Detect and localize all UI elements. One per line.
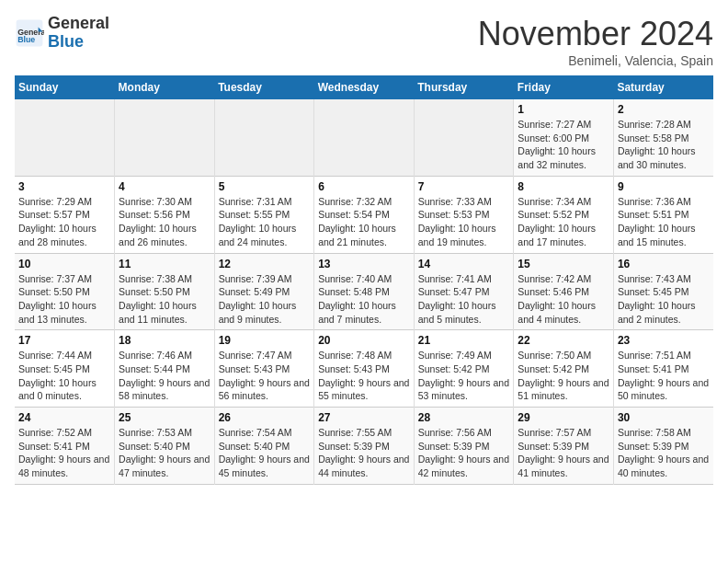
day-cell: 30Sunrise: 7:58 AMSunset: 5:39 PMDayligh…	[613, 408, 713, 485]
day-info-text: Sunrise: 7:44 AMSunset: 5:45 PMDaylight:…	[18, 349, 110, 403]
day-info-text: Sunrise: 7:34 AMSunset: 5:52 PMDaylight:…	[518, 195, 609, 249]
week-row-1: 1Sunrise: 7:27 AMSunset: 6:00 PMDaylight…	[15, 99, 713, 176]
day-info-text: Sunrise: 7:37 AMSunset: 5:50 PMDaylight:…	[18, 272, 110, 327]
calendar-table: SundayMondayTuesdayWednesdayThursdayFrid…	[15, 75, 713, 485]
day-number: 15	[518, 258, 609, 270]
day-info-text: Sunrise: 7:27 AMSunset: 6:00 PMDaylight:…	[518, 118, 609, 172]
logo: General Blue General Blue	[15, 15, 109, 52]
day-number: 26	[219, 411, 311, 424]
day-info-text: Sunrise: 7:40 AMSunset: 5:48 PMDaylight:…	[318, 272, 410, 327]
day-number: 29	[518, 411, 609, 424]
day-header-sunday: Sunday	[15, 75, 115, 99]
day-number: 7	[418, 180, 510, 193]
day-cell: 27Sunrise: 7:55 AMSunset: 5:39 PMDayligh…	[314, 408, 415, 485]
day-header-saturday: Saturday	[613, 75, 713, 99]
day-number: 10	[18, 258, 110, 270]
day-number: 18	[119, 334, 210, 347]
day-cell: 25Sunrise: 7:53 AMSunset: 5:40 PMDayligh…	[115, 408, 215, 485]
day-cell	[115, 99, 215, 176]
day-cell: 11Sunrise: 7:38 AMSunset: 5:50 PMDayligh…	[115, 253, 215, 330]
logo-blue-text: Blue	[48, 33, 109, 52]
logo-icon: General Blue	[15, 18, 44, 48]
day-info-text: Sunrise: 7:46 AMSunset: 5:44 PMDaylight:…	[119, 349, 210, 403]
day-number: 21	[418, 334, 510, 347]
day-cell: 14Sunrise: 7:41 AMSunset: 5:47 PMDayligh…	[414, 253, 514, 330]
day-number: 25	[119, 411, 210, 424]
day-info-text: Sunrise: 7:41 AMSunset: 5:47 PMDaylight:…	[418, 272, 510, 327]
day-number: 28	[418, 411, 510, 424]
day-cell: 7Sunrise: 7:33 AMSunset: 5:53 PMDaylight…	[414, 176, 514, 253]
day-cell: 24Sunrise: 7:52 AMSunset: 5:41 PMDayligh…	[15, 408, 115, 485]
day-cell	[314, 99, 415, 176]
day-cell	[15, 99, 115, 176]
day-info-text: Sunrise: 7:52 AMSunset: 5:41 PMDaylight:…	[18, 426, 110, 480]
page-header: General Blue General Blue November 2024 …	[15, 15, 713, 68]
day-header-tuesday: Tuesday	[214, 75, 314, 99]
week-row-3: 10Sunrise: 7:37 AMSunset: 5:50 PMDayligh…	[15, 253, 713, 330]
day-cell: 8Sunrise: 7:34 AMSunset: 5:52 PMDaylight…	[514, 176, 614, 253]
day-number: 24	[18, 411, 110, 424]
day-number: 11	[119, 258, 210, 270]
day-cell: 19Sunrise: 7:47 AMSunset: 5:43 PMDayligh…	[214, 330, 314, 408]
day-number: 19	[219, 334, 311, 347]
day-info-text: Sunrise: 7:49 AMSunset: 5:42 PMDaylight:…	[418, 349, 510, 403]
day-number: 30	[618, 411, 710, 424]
day-info-text: Sunrise: 7:30 AMSunset: 5:56 PMDaylight:…	[119, 195, 210, 249]
day-number: 9	[618, 180, 710, 193]
day-cell: 16Sunrise: 7:43 AMSunset: 5:45 PMDayligh…	[613, 253, 713, 330]
day-cell: 2Sunrise: 7:28 AMSunset: 5:58 PMDaylight…	[613, 99, 713, 176]
day-header-thursday: Thursday	[414, 75, 514, 99]
calendar-body: 1Sunrise: 7:27 AMSunset: 6:00 PMDaylight…	[15, 99, 713, 484]
day-info-text: Sunrise: 7:55 AMSunset: 5:39 PMDaylight:…	[318, 426, 410, 480]
day-number: 12	[219, 258, 311, 270]
location-text: Benimeli, Valencia, Spain	[478, 53, 713, 68]
day-info-text: Sunrise: 7:39 AMSunset: 5:49 PMDaylight:…	[219, 272, 311, 327]
day-info-text: Sunrise: 7:33 AMSunset: 5:53 PMDaylight:…	[418, 195, 510, 249]
day-cell	[214, 99, 314, 176]
day-cell: 21Sunrise: 7:49 AMSunset: 5:42 PMDayligh…	[414, 330, 514, 408]
calendar-header: SundayMondayTuesdayWednesdayThursdayFrid…	[15, 75, 713, 99]
day-info-text: Sunrise: 7:48 AMSunset: 5:43 PMDaylight:…	[318, 349, 410, 403]
day-number: 2	[618, 103, 710, 116]
day-number: 14	[418, 258, 510, 270]
month-title: November 2024	[478, 15, 713, 53]
week-row-4: 17Sunrise: 7:44 AMSunset: 5:45 PMDayligh…	[15, 330, 713, 408]
day-number: 5	[219, 180, 311, 193]
day-cell: 13Sunrise: 7:40 AMSunset: 5:48 PMDayligh…	[314, 253, 415, 330]
day-cell: 3Sunrise: 7:29 AMSunset: 5:57 PMDaylight…	[15, 176, 115, 253]
day-info-text: Sunrise: 7:51 AMSunset: 5:41 PMDaylight:…	[618, 349, 710, 403]
day-info-text: Sunrise: 7:42 AMSunset: 5:46 PMDaylight:…	[518, 272, 609, 327]
day-cell: 26Sunrise: 7:54 AMSunset: 5:40 PMDayligh…	[214, 408, 314, 485]
day-info-text: Sunrise: 7:50 AMSunset: 5:42 PMDaylight:…	[518, 349, 609, 403]
day-info-text: Sunrise: 7:28 AMSunset: 5:58 PMDaylight:…	[618, 118, 710, 172]
day-info-text: Sunrise: 7:57 AMSunset: 5:39 PMDaylight:…	[518, 426, 609, 480]
day-cell: 18Sunrise: 7:46 AMSunset: 5:44 PMDayligh…	[115, 330, 215, 408]
day-number: 6	[318, 180, 410, 193]
day-header-wednesday: Wednesday	[314, 75, 415, 99]
day-info-text: Sunrise: 7:38 AMSunset: 5:50 PMDaylight:…	[119, 272, 210, 327]
day-cell: 15Sunrise: 7:42 AMSunset: 5:46 PMDayligh…	[514, 253, 614, 330]
day-cell: 17Sunrise: 7:44 AMSunset: 5:45 PMDayligh…	[15, 330, 115, 408]
day-header-monday: Monday	[115, 75, 215, 99]
day-number: 13	[318, 258, 410, 270]
day-cell: 12Sunrise: 7:39 AMSunset: 5:49 PMDayligh…	[214, 253, 314, 330]
day-cell: 29Sunrise: 7:57 AMSunset: 5:39 PMDayligh…	[514, 408, 614, 485]
day-cell: 22Sunrise: 7:50 AMSunset: 5:42 PMDayligh…	[514, 330, 614, 408]
logo-general-text: General	[48, 15, 109, 33]
title-block: November 2024 Benimeli, Valencia, Spain	[478, 15, 713, 68]
day-number: 16	[618, 258, 710, 270]
day-cell: 10Sunrise: 7:37 AMSunset: 5:50 PMDayligh…	[15, 253, 115, 330]
day-cell: 28Sunrise: 7:56 AMSunset: 5:39 PMDayligh…	[414, 408, 514, 485]
day-number: 22	[518, 334, 609, 347]
day-number: 23	[618, 334, 710, 347]
day-number: 1	[518, 103, 609, 116]
day-info-text: Sunrise: 7:36 AMSunset: 5:51 PMDaylight:…	[618, 195, 710, 249]
day-number: 27	[318, 411, 410, 424]
day-info-text: Sunrise: 7:58 AMSunset: 5:39 PMDaylight:…	[618, 426, 710, 480]
day-cell: 23Sunrise: 7:51 AMSunset: 5:41 PMDayligh…	[613, 330, 713, 408]
day-cell: 6Sunrise: 7:32 AMSunset: 5:54 PMDaylight…	[314, 176, 415, 253]
day-cell: 4Sunrise: 7:30 AMSunset: 5:56 PMDaylight…	[115, 176, 215, 253]
svg-text:Blue: Blue	[17, 35, 35, 44]
header-row: SundayMondayTuesdayWednesdayThursdayFrid…	[15, 75, 713, 99]
day-info-text: Sunrise: 7:43 AMSunset: 5:45 PMDaylight:…	[618, 272, 710, 327]
